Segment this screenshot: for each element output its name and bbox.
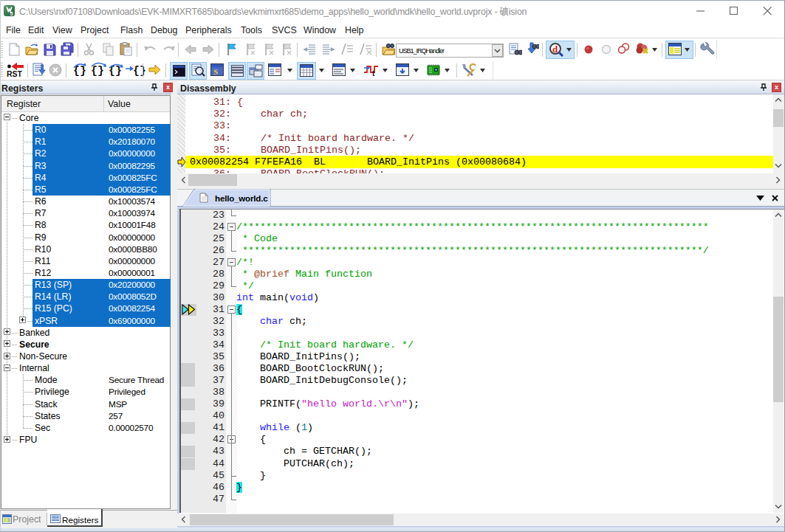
svg-text:RST: RST (7, 69, 23, 78)
svg-text:d: d (552, 44, 558, 55)
svg-text:S: S (213, 67, 218, 76)
svg-text:5: 5 (10, 10, 13, 17)
